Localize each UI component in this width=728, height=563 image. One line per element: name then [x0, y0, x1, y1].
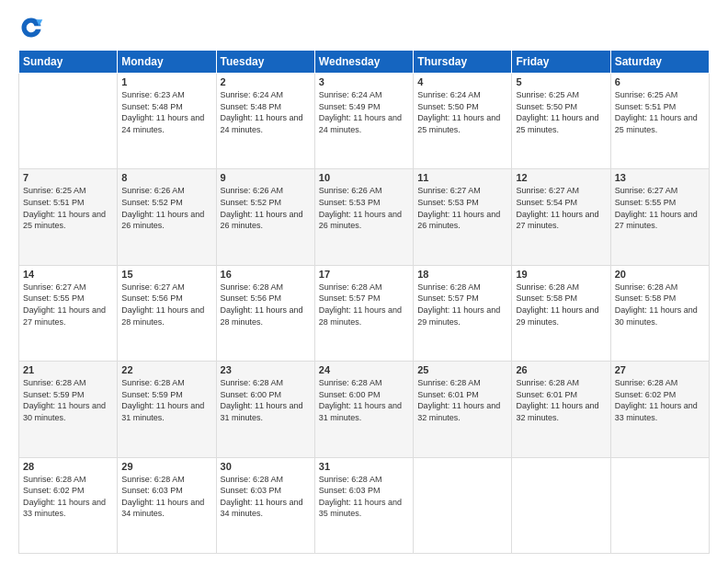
calendar-cell: 4Sunrise: 6:24 AMSunset: 5:50 PMDaylight…	[414, 74, 512, 169]
day-number: 18	[417, 269, 507, 280]
day-number: 25	[417, 364, 507, 375]
calendar-cell: 25Sunrise: 6:28 AMSunset: 6:01 PMDayligh…	[414, 362, 512, 457]
calendar-week-0: 1Sunrise: 6:23 AMSunset: 5:48 PMDaylight…	[19, 74, 710, 169]
day-info: Sunrise: 6:28 AMSunset: 6:01 PMDaylight:…	[516, 377, 606, 423]
day-number: 2	[221, 76, 311, 87]
day-info: Sunrise: 6:28 AMSunset: 6:00 PMDaylight:…	[319, 377, 409, 423]
day-info: Sunrise: 6:25 AMSunset: 5:51 PMDaylight:…	[615, 89, 705, 135]
calendar-cell: 17Sunrise: 6:28 AMSunset: 5:57 PMDayligh…	[314, 265, 413, 361]
day-number: 20	[615, 269, 705, 280]
calendar-cell: 5Sunrise: 6:25 AMSunset: 5:50 PMDaylight…	[512, 74, 610, 169]
day-info: Sunrise: 6:28 AMSunset: 6:02 PMDaylight:…	[23, 474, 113, 520]
weekday-row: SundayMondayTuesdayWednesdayThursdayFrid…	[19, 51, 710, 74]
day-number: 16	[221, 269, 311, 280]
day-info: Sunrise: 6:24 AMSunset: 5:50 PMDaylight:…	[417, 89, 507, 135]
day-number: 30	[221, 461, 311, 472]
day-number: 26	[516, 364, 606, 375]
calendar-cell: 2Sunrise: 6:24 AMSunset: 5:48 PMDaylight…	[216, 74, 314, 169]
day-info: Sunrise: 6:23 AMSunset: 5:48 PMDaylight:…	[121, 89, 211, 135]
calendar-cell: 21Sunrise: 6:28 AMSunset: 5:59 PMDayligh…	[19, 362, 118, 457]
weekday-header-saturday: Saturday	[610, 51, 709, 74]
day-info: Sunrise: 6:28 AMSunset: 6:01 PMDaylight:…	[417, 377, 507, 423]
day-number: 17	[319, 269, 409, 280]
day-number: 24	[319, 364, 409, 375]
day-number: 23	[221, 364, 311, 375]
day-number: 9	[221, 172, 311, 183]
calendar-cell: 14Sunrise: 6:27 AMSunset: 5:55 PMDayligh…	[19, 265, 118, 361]
calendar-cell: 22Sunrise: 6:28 AMSunset: 5:59 PMDayligh…	[118, 362, 216, 457]
day-info: Sunrise: 6:24 AMSunset: 5:49 PMDaylight:…	[319, 89, 409, 135]
calendar-cell: 27Sunrise: 6:28 AMSunset: 6:02 PMDayligh…	[610, 362, 709, 457]
day-info: Sunrise: 6:24 AMSunset: 5:48 PMDaylight:…	[221, 89, 311, 135]
calendar-cell: 31Sunrise: 6:28 AMSunset: 6:03 PMDayligh…	[314, 457, 413, 553]
day-info: Sunrise: 6:28 AMSunset: 5:57 PMDaylight:…	[417, 282, 507, 327]
day-info: Sunrise: 6:27 AMSunset: 5:55 PMDaylight:…	[23, 282, 113, 327]
day-info: Sunrise: 6:26 AMSunset: 5:52 PMDaylight:…	[221, 185, 311, 231]
logo	[18, 15, 48, 40]
day-number: 3	[319, 76, 409, 87]
day-info: Sunrise: 6:28 AMSunset: 5:56 PMDaylight:…	[221, 282, 311, 327]
day-info: Sunrise: 6:28 AMSunset: 6:00 PMDaylight:…	[221, 377, 311, 423]
header	[18, 15, 710, 40]
day-info: Sunrise: 6:28 AMSunset: 5:57 PMDaylight:…	[319, 282, 409, 327]
page: SundayMondayTuesdayWednesdayThursdayFrid…	[0, 0, 728, 563]
day-info: Sunrise: 6:27 AMSunset: 5:53 PMDaylight:…	[417, 185, 507, 231]
calendar-cell: 15Sunrise: 6:27 AMSunset: 5:56 PMDayligh…	[118, 265, 216, 361]
day-number: 11	[417, 172, 507, 183]
calendar-cell: 23Sunrise: 6:28 AMSunset: 6:00 PMDayligh…	[216, 362, 314, 457]
day-number: 14	[23, 269, 113, 280]
calendar-cell: 12Sunrise: 6:27 AMSunset: 5:54 PMDayligh…	[512, 169, 610, 265]
weekday-header-friday: Friday	[512, 51, 610, 74]
weekday-header-monday: Monday	[118, 51, 216, 74]
calendar-cell: 7Sunrise: 6:25 AMSunset: 5:51 PMDaylight…	[19, 169, 118, 265]
calendar-cell	[610, 457, 709, 553]
day-number: 15	[121, 269, 211, 280]
day-info: Sunrise: 6:28 AMSunset: 5:59 PMDaylight:…	[23, 377, 113, 423]
calendar-week-4: 28Sunrise: 6:28 AMSunset: 6:02 PMDayligh…	[19, 457, 710, 553]
day-info: Sunrise: 6:28 AMSunset: 6:02 PMDaylight:…	[615, 377, 705, 423]
calendar-cell: 6Sunrise: 6:25 AMSunset: 5:51 PMDaylight…	[610, 74, 709, 169]
calendar-cell: 11Sunrise: 6:27 AMSunset: 5:53 PMDayligh…	[414, 169, 512, 265]
day-info: Sunrise: 6:28 AMSunset: 6:03 PMDaylight:…	[121, 474, 211, 520]
calendar-cell	[414, 457, 512, 553]
day-info: Sunrise: 6:28 AMSunset: 6:03 PMDaylight:…	[319, 474, 409, 520]
day-number: 29	[121, 461, 211, 472]
calendar-week-3: 21Sunrise: 6:28 AMSunset: 5:59 PMDayligh…	[19, 362, 710, 457]
calendar-cell: 28Sunrise: 6:28 AMSunset: 6:02 PMDayligh…	[19, 457, 118, 553]
calendar-week-2: 14Sunrise: 6:27 AMSunset: 5:55 PMDayligh…	[19, 265, 710, 361]
day-info: Sunrise: 6:25 AMSunset: 5:50 PMDaylight:…	[516, 89, 606, 135]
day-info: Sunrise: 6:26 AMSunset: 5:52 PMDaylight:…	[121, 185, 211, 231]
day-number: 10	[319, 172, 409, 183]
calendar-table: SundayMondayTuesdayWednesdayThursdayFrid…	[18, 50, 710, 554]
calendar-cell: 9Sunrise: 6:26 AMSunset: 5:52 PMDaylight…	[216, 169, 314, 265]
day-info: Sunrise: 6:28 AMSunset: 6:03 PMDaylight:…	[221, 474, 311, 520]
calendar-cell: 18Sunrise: 6:28 AMSunset: 5:57 PMDayligh…	[414, 265, 512, 361]
calendar-header: SundayMondayTuesdayWednesdayThursdayFrid…	[19, 51, 710, 74]
day-info: Sunrise: 6:28 AMSunset: 5:58 PMDaylight:…	[516, 282, 606, 327]
calendar-body: 1Sunrise: 6:23 AMSunset: 5:48 PMDaylight…	[19, 74, 710, 554]
calendar-cell	[512, 457, 610, 553]
day-info: Sunrise: 6:27 AMSunset: 5:56 PMDaylight:…	[121, 282, 211, 327]
calendar-cell: 20Sunrise: 6:28 AMSunset: 5:58 PMDayligh…	[610, 265, 709, 361]
logo-icon	[18, 15, 44, 40]
weekday-header-sunday: Sunday	[19, 51, 118, 74]
day-number: 19	[516, 269, 606, 280]
weekday-header-thursday: Thursday	[414, 51, 512, 74]
day-number: 27	[615, 364, 705, 375]
calendar-cell: 10Sunrise: 6:26 AMSunset: 5:53 PMDayligh…	[314, 169, 413, 265]
day-number: 8	[121, 172, 211, 183]
weekday-header-tuesday: Tuesday	[216, 51, 314, 74]
day-number: 12	[516, 172, 606, 183]
day-info: Sunrise: 6:25 AMSunset: 5:51 PMDaylight:…	[23, 185, 113, 231]
calendar-cell: 16Sunrise: 6:28 AMSunset: 5:56 PMDayligh…	[216, 265, 314, 361]
calendar-cell: 8Sunrise: 6:26 AMSunset: 5:52 PMDaylight…	[118, 169, 216, 265]
day-info: Sunrise: 6:28 AMSunset: 5:58 PMDaylight:…	[615, 282, 705, 327]
calendar-cell: 19Sunrise: 6:28 AMSunset: 5:58 PMDayligh…	[512, 265, 610, 361]
weekday-header-wednesday: Wednesday	[314, 51, 413, 74]
calendar-cell: 29Sunrise: 6:28 AMSunset: 6:03 PMDayligh…	[118, 457, 216, 553]
day-number: 5	[516, 76, 606, 87]
day-number: 31	[319, 461, 409, 472]
day-number: 4	[417, 76, 507, 87]
day-info: Sunrise: 6:27 AMSunset: 5:54 PMDaylight:…	[516, 185, 606, 231]
day-number: 21	[23, 364, 113, 375]
